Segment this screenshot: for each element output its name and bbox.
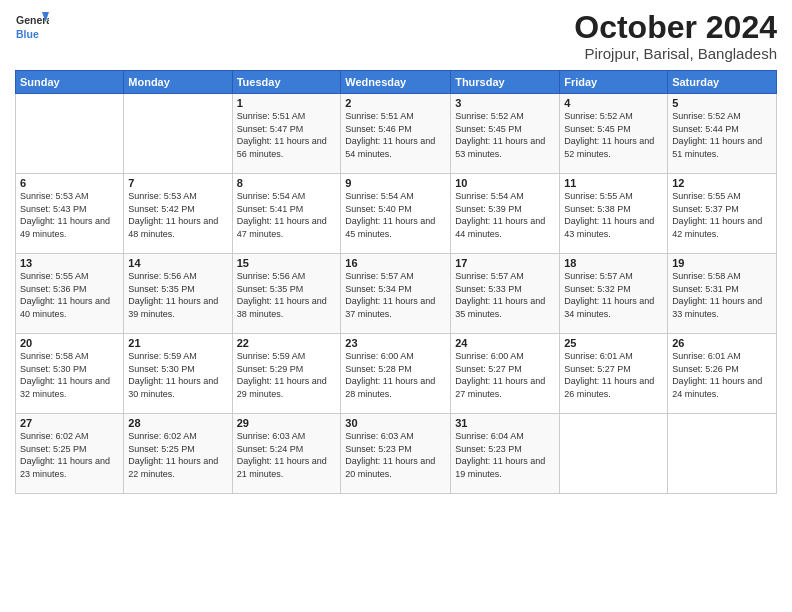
calendar-cell: 7Sunrise: 5:53 AMSunset: 5:42 PMDaylight… [124, 174, 232, 254]
day-number: 25 [564, 337, 663, 349]
day-number: 4 [564, 97, 663, 109]
day-number: 26 [672, 337, 772, 349]
day-detail: Sunrise: 5:55 AMSunset: 5:38 PMDaylight:… [564, 190, 663, 240]
title-block: October 2024 Pirojpur, Barisal, Banglade… [574, 10, 777, 62]
day-detail: Sunrise: 5:51 AMSunset: 5:46 PMDaylight:… [345, 110, 446, 160]
calendar-cell: 12Sunrise: 5:55 AMSunset: 5:37 PMDayligh… [668, 174, 777, 254]
calendar-cell: 23Sunrise: 6:00 AMSunset: 5:28 PMDayligh… [341, 334, 451, 414]
calendar-cell: 3Sunrise: 5:52 AMSunset: 5:45 PMDaylight… [451, 94, 560, 174]
calendar-cell: 20Sunrise: 5:58 AMSunset: 5:30 PMDayligh… [16, 334, 124, 414]
calendar-cell [668, 414, 777, 494]
calendar-cell [124, 94, 232, 174]
calendar-cell: 2Sunrise: 5:51 AMSunset: 5:46 PMDaylight… [341, 94, 451, 174]
day-number: 20 [20, 337, 119, 349]
day-detail: Sunrise: 5:51 AMSunset: 5:47 PMDaylight:… [237, 110, 337, 160]
header-day: Monday [124, 71, 232, 94]
day-number: 8 [237, 177, 337, 189]
header-day: Saturday [668, 71, 777, 94]
day-detail: Sunrise: 5:52 AMSunset: 5:45 PMDaylight:… [455, 110, 555, 160]
calendar-cell: 17Sunrise: 5:57 AMSunset: 5:33 PMDayligh… [451, 254, 560, 334]
day-detail: Sunrise: 5:53 AMSunset: 5:43 PMDaylight:… [20, 190, 119, 240]
day-number: 21 [128, 337, 227, 349]
day-detail: Sunrise: 6:00 AMSunset: 5:28 PMDaylight:… [345, 350, 446, 400]
day-number: 6 [20, 177, 119, 189]
calendar-cell [16, 94, 124, 174]
calendar-cell: 8Sunrise: 5:54 AMSunset: 5:41 PMDaylight… [232, 174, 341, 254]
day-detail: Sunrise: 5:55 AMSunset: 5:37 PMDaylight:… [672, 190, 772, 240]
day-number: 3 [455, 97, 555, 109]
day-number: 17 [455, 257, 555, 269]
day-number: 30 [345, 417, 446, 429]
calendar-cell: 18Sunrise: 5:57 AMSunset: 5:32 PMDayligh… [560, 254, 668, 334]
calendar-cell: 15Sunrise: 5:56 AMSunset: 5:35 PMDayligh… [232, 254, 341, 334]
calendar-cell: 29Sunrise: 6:03 AMSunset: 5:24 PMDayligh… [232, 414, 341, 494]
day-number: 16 [345, 257, 446, 269]
day-number: 9 [345, 177, 446, 189]
day-detail: Sunrise: 5:58 AMSunset: 5:30 PMDaylight:… [20, 350, 119, 400]
location: Pirojpur, Barisal, Bangladesh [574, 45, 777, 62]
day-detail: Sunrise: 5:57 AMSunset: 5:34 PMDaylight:… [345, 270, 446, 320]
day-detail: Sunrise: 5:52 AMSunset: 5:45 PMDaylight:… [564, 110, 663, 160]
day-number: 28 [128, 417, 227, 429]
day-detail: Sunrise: 5:56 AMSunset: 5:35 PMDaylight:… [237, 270, 337, 320]
day-number: 15 [237, 257, 337, 269]
day-detail: Sunrise: 5:52 AMSunset: 5:44 PMDaylight:… [672, 110, 772, 160]
calendar-cell: 4Sunrise: 5:52 AMSunset: 5:45 PMDaylight… [560, 94, 668, 174]
day-detail: Sunrise: 5:57 AMSunset: 5:33 PMDaylight:… [455, 270, 555, 320]
day-detail: Sunrise: 5:59 AMSunset: 5:29 PMDaylight:… [237, 350, 337, 400]
calendar-table: SundayMondayTuesdayWednesdayThursdayFrid… [15, 70, 777, 494]
day-detail: Sunrise: 5:55 AMSunset: 5:36 PMDaylight:… [20, 270, 119, 320]
calendar-cell: 14Sunrise: 5:56 AMSunset: 5:35 PMDayligh… [124, 254, 232, 334]
day-detail: Sunrise: 5:57 AMSunset: 5:32 PMDaylight:… [564, 270, 663, 320]
day-number: 12 [672, 177, 772, 189]
calendar-cell: 27Sunrise: 6:02 AMSunset: 5:25 PMDayligh… [16, 414, 124, 494]
calendar-cell: 30Sunrise: 6:03 AMSunset: 5:23 PMDayligh… [341, 414, 451, 494]
day-number: 31 [455, 417, 555, 429]
calendar-cell: 10Sunrise: 5:54 AMSunset: 5:39 PMDayligh… [451, 174, 560, 254]
header-day: Wednesday [341, 71, 451, 94]
day-detail: Sunrise: 6:04 AMSunset: 5:23 PMDaylight:… [455, 430, 555, 480]
day-detail: Sunrise: 6:03 AMSunset: 5:23 PMDaylight:… [345, 430, 446, 480]
day-detail: Sunrise: 5:54 AMSunset: 5:40 PMDaylight:… [345, 190, 446, 240]
day-number: 1 [237, 97, 337, 109]
day-detail: Sunrise: 5:56 AMSunset: 5:35 PMDaylight:… [128, 270, 227, 320]
day-number: 23 [345, 337, 446, 349]
header-day: Thursday [451, 71, 560, 94]
month-title: October 2024 [574, 10, 777, 45]
calendar-cell: 31Sunrise: 6:04 AMSunset: 5:23 PMDayligh… [451, 414, 560, 494]
day-number: 2 [345, 97, 446, 109]
logo-icon: General Blue [15, 10, 49, 44]
day-number: 19 [672, 257, 772, 269]
day-number: 10 [455, 177, 555, 189]
calendar-cell: 22Sunrise: 5:59 AMSunset: 5:29 PMDayligh… [232, 334, 341, 414]
day-number: 14 [128, 257, 227, 269]
calendar-cell [560, 414, 668, 494]
calendar-cell: 9Sunrise: 5:54 AMSunset: 5:40 PMDaylight… [341, 174, 451, 254]
day-detail: Sunrise: 6:02 AMSunset: 5:25 PMDaylight:… [128, 430, 227, 480]
day-number: 29 [237, 417, 337, 429]
calendar-cell: 25Sunrise: 6:01 AMSunset: 5:27 PMDayligh… [560, 334, 668, 414]
calendar-cell: 21Sunrise: 5:59 AMSunset: 5:30 PMDayligh… [124, 334, 232, 414]
calendar-cell: 19Sunrise: 5:58 AMSunset: 5:31 PMDayligh… [668, 254, 777, 334]
day-detail: Sunrise: 5:59 AMSunset: 5:30 PMDaylight:… [128, 350, 227, 400]
logo: General Blue [15, 10, 49, 44]
header: General Blue October 2024 Pirojpur, Bari… [15, 10, 777, 62]
day-detail: Sunrise: 6:01 AMSunset: 5:26 PMDaylight:… [672, 350, 772, 400]
calendar-cell: 13Sunrise: 5:55 AMSunset: 5:36 PMDayligh… [16, 254, 124, 334]
day-detail: Sunrise: 5:53 AMSunset: 5:42 PMDaylight:… [128, 190, 227, 240]
calendar-cell: 6Sunrise: 5:53 AMSunset: 5:43 PMDaylight… [16, 174, 124, 254]
day-number: 7 [128, 177, 227, 189]
day-detail: Sunrise: 5:58 AMSunset: 5:31 PMDaylight:… [672, 270, 772, 320]
day-number: 18 [564, 257, 663, 269]
day-detail: Sunrise: 6:03 AMSunset: 5:24 PMDaylight:… [237, 430, 337, 480]
calendar-cell: 26Sunrise: 6:01 AMSunset: 5:26 PMDayligh… [668, 334, 777, 414]
day-detail: Sunrise: 6:00 AMSunset: 5:27 PMDaylight:… [455, 350, 555, 400]
header-day: Sunday [16, 71, 124, 94]
calendar-cell: 28Sunrise: 6:02 AMSunset: 5:25 PMDayligh… [124, 414, 232, 494]
svg-text:Blue: Blue [16, 28, 39, 40]
day-number: 27 [20, 417, 119, 429]
day-detail: Sunrise: 5:54 AMSunset: 5:41 PMDaylight:… [237, 190, 337, 240]
calendar-cell: 16Sunrise: 5:57 AMSunset: 5:34 PMDayligh… [341, 254, 451, 334]
day-number: 5 [672, 97, 772, 109]
day-detail: Sunrise: 6:02 AMSunset: 5:25 PMDaylight:… [20, 430, 119, 480]
